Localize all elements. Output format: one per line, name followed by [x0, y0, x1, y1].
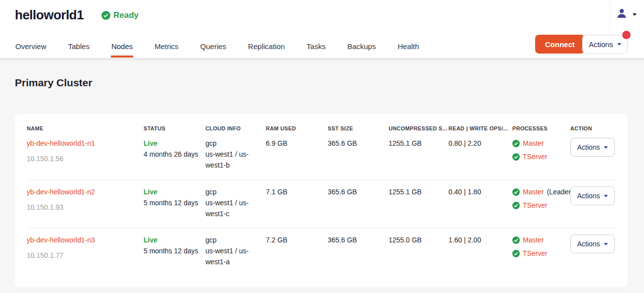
col-name: NAME [27, 125, 144, 131]
process-tserver: TServer [512, 200, 565, 211]
node-actions-button[interactable]: Actions [570, 186, 615, 205]
node-ip: 10.150.1.56 [27, 153, 139, 164]
check-circle-icon [512, 153, 520, 161]
user-menu-button[interactable] [616, 7, 642, 22]
node-uptime: 5 months 12 days [144, 245, 200, 256]
col-sst-size: SST SIZE [328, 125, 389, 131]
tab-overview[interactable]: Overview [4, 34, 57, 58]
chevron-down-icon [604, 146, 608, 149]
process-suffix: (Leader) [547, 186, 573, 197]
process-label[interactable]: Master [523, 186, 544, 197]
check-circle-icon [512, 188, 520, 196]
check-circle-icon [512, 140, 520, 147]
process-label[interactable]: TServer [523, 248, 547, 259]
tab-label: Tasks [306, 42, 325, 51]
tab-queries[interactable]: Queries [190, 34, 238, 58]
process-label[interactable]: TServer [523, 200, 547, 211]
read-write-ops-value: 0.80 | 2.20 [448, 138, 512, 172]
tab-label: Tables [68, 42, 90, 51]
page-content: Primary Cluster NAME STATUS CLOUD INFO R… [0, 58, 644, 293]
actions-button-label: Actions [589, 40, 613, 49]
actions-button-label: Actions [577, 192, 600, 200]
table-row: yb-dev-helloworld1-n2 10.150.1.93 Live 5… [27, 179, 616, 228]
tab-label: Metrics [154, 42, 178, 51]
region-zone: us-west1 / us-west1-b [205, 149, 261, 171]
col-processes: PROCESSES [512, 125, 570, 131]
tab-label: Replication [248, 42, 285, 51]
process-master: Master [512, 138, 565, 149]
app-header: helloworld1 Ready Overview Tables Nodes … [0, 0, 644, 58]
tab-label: Backups [347, 42, 376, 51]
check-circle-icon [101, 11, 110, 20]
tab-tables[interactable]: Tables [57, 34, 100, 58]
node-actions-button[interactable]: Actions [570, 138, 615, 157]
node-uptime: 5 months 12 days [144, 197, 200, 208]
connect-button[interactable]: Connect [535, 35, 585, 54]
tab-label: Queries [200, 42, 227, 51]
node-ip: 10.150.1.93 [27, 202, 139, 213]
tab-label: Overview [15, 42, 47, 51]
sst-size-value: 365.6 GB [328, 138, 389, 172]
uncompressed-value: 1255.1 GB [389, 186, 448, 220]
process-master: Master [512, 234, 565, 245]
tab-replication[interactable]: Replication [237, 34, 296, 58]
process-master: Master (Leader) [512, 186, 565, 197]
node-actions-button[interactable]: Actions [570, 234, 615, 253]
node-name-link[interactable]: yb-dev-helloworld1-n2 [27, 186, 95, 197]
process-label[interactable]: Master [523, 234, 544, 245]
col-status: STATUS [144, 125, 205, 131]
node-name-link[interactable]: yb-dev-helloworld1-n3 [27, 234, 95, 245]
tab-tasks[interactable]: Tasks [296, 34, 336, 58]
node-name-link[interactable]: yb-dev-helloworld1-n1 [27, 138, 95, 149]
tab-health[interactable]: Health [387, 34, 430, 58]
col-action: ACTION [570, 125, 616, 131]
tab-label: Nodes [111, 42, 133, 51]
read-write-ops-value: 1.60 | 2.00 [448, 234, 512, 268]
region-zone: us-west1 / us-west1-a [205, 245, 261, 267]
tab-label: Health [397, 42, 419, 51]
node-status: Live [144, 234, 200, 245]
universe-actions-button[interactable]: Actions [582, 35, 628, 54]
sst-size-value: 365.6 GB [328, 234, 389, 268]
process-label[interactable]: Master [523, 138, 544, 149]
check-circle-icon [512, 236, 520, 244]
tab-metrics[interactable]: Metrics [144, 34, 189, 58]
node-status: Live [144, 138, 200, 149]
ram-used-value: 7.2 GB [266, 234, 328, 268]
sst-size-value: 365.6 GB [328, 186, 389, 220]
uncompressed-value: 1255.0 GB [389, 234, 448, 268]
chevron-down-icon [604, 195, 608, 197]
user-profile-icon [616, 7, 628, 21]
universe-title: helloworld1 [15, 7, 84, 23]
chevron-down-icon [633, 13, 637, 16]
node-ip: 10.150.1.77 [27, 250, 139, 261]
region-zone: us-west1 / us-west1-c [205, 197, 261, 219]
cloud-provider: gcp [205, 186, 261, 197]
col-read-write-ops: READ | WRITE OPS/... [448, 125, 512, 131]
active-tab-underline [111, 56, 133, 58]
process-tserver: TServer [512, 248, 565, 259]
notification-dot [622, 31, 631, 39]
process-label[interactable]: TServer [523, 151, 547, 162]
col-cloud-info: CLOUD INFO [205, 125, 266, 131]
chevron-down-icon [617, 43, 621, 46]
nodes-table-card: NAME STATUS CLOUD INFO RAM USED SST SIZE… [15, 114, 628, 288]
actions-button-label: Actions [577, 240, 600, 248]
check-circle-icon [512, 202, 520, 209]
node-status: Live [144, 186, 200, 197]
table-row: yb-dev-helloworld1-n1 10.150.1.56 Live 4… [27, 131, 616, 179]
col-uncompressed: UNCOMPRESSED S... [389, 125, 448, 131]
nav-tabs: Overview Tables Nodes Metrics Queries Re… [4, 34, 430, 58]
tab-backups[interactable]: Backups [337, 34, 387, 58]
page-title: Primary Cluster [15, 77, 92, 89]
col-ram-used: RAM USED [266, 125, 328, 131]
actions-button-label: Actions [577, 143, 600, 151]
process-tserver: TServer [512, 151, 565, 162]
universe-status-badge: Ready [101, 10, 139, 20]
universe-status-label: Ready [113, 10, 139, 20]
header-divider [610, 0, 610, 28]
tab-nodes[interactable]: Nodes [100, 34, 144, 58]
cloud-provider: gcp [205, 138, 261, 149]
read-write-ops-value: 0.40 | 1.80 [448, 186, 512, 220]
uncompressed-value: 1255.1 GB [389, 138, 448, 172]
